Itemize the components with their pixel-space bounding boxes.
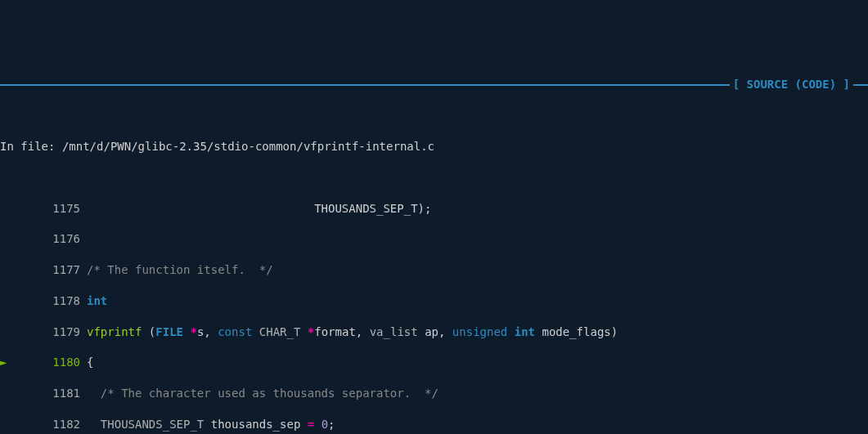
src-row-1176: 1176 (0, 231, 868, 247)
src-row-1177: 1177/* The function itself. */ (0, 262, 868, 278)
source-header: [ SOURCE (CODE) ] (0, 77, 868, 92)
file-path: /mnt/d/PWN/glibc-2.35/stdio-common/vfpri… (62, 140, 434, 153)
file-line: In file: /mnt/d/PWN/glibc-2.35/stdio-com… (0, 139, 868, 154)
source-label: SOURCE (CODE) (747, 78, 837, 91)
current-line-arrow-icon: ► (0, 355, 13, 370)
src-row-1180-current: ►1180{ (0, 355, 868, 370)
src-row-1181: 1181 /* The character used as thousands … (0, 386, 868, 401)
src-row-1178: 1178int (0, 293, 868, 309)
src-row-1179: 1179vfprintf (FILE *s, const CHAR_T *for… (0, 324, 868, 340)
src-row-1175: 1175 THOUSANDS_SEP_T); (0, 201, 868, 217)
src-row-1182: 1182 THOUSANDS_SEP_T thousands_sep = 0; (0, 417, 868, 432)
